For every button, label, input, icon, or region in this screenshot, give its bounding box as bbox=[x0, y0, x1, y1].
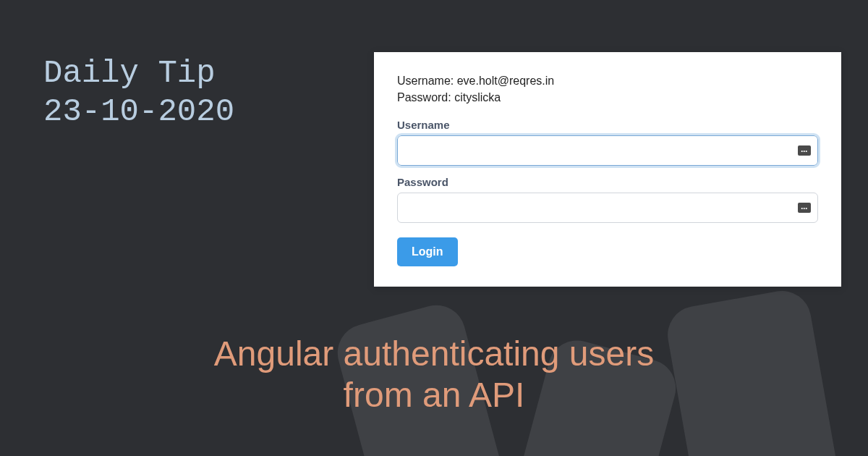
username-label: Username bbox=[397, 119, 818, 131]
title-line1: Angular authenticating users bbox=[43, 333, 825, 375]
credentials-hint: Username: eve.holt@reqres.in Password: c… bbox=[397, 72, 818, 106]
daily-tip-line1: Daily Tip bbox=[43, 54, 234, 93]
autofill-icon[interactable] bbox=[798, 145, 811, 156]
hint-username: Username: eve.holt@reqres.in bbox=[397, 72, 818, 89]
login-form-card: Username: eve.holt@reqres.in Password: c… bbox=[374, 52, 841, 287]
title-line2: from an API bbox=[43, 374, 825, 416]
username-field-group: Username bbox=[397, 119, 818, 166]
article-title: Angular authenticating users from an API bbox=[0, 333, 868, 416]
password-input[interactable] bbox=[397, 193, 818, 223]
daily-tip-date: 23-10-2020 bbox=[43, 93, 234, 131]
password-field-group: Password bbox=[397, 176, 818, 223]
username-input[interactable] bbox=[397, 135, 818, 166]
autofill-icon[interactable] bbox=[798, 203, 811, 213]
login-button[interactable]: Login bbox=[397, 237, 458, 266]
daily-tip-header: Daily Tip 23-10-2020 bbox=[43, 54, 234, 131]
hint-password: Password: cityslicka bbox=[397, 89, 818, 106]
password-label: Password bbox=[397, 176, 818, 188]
